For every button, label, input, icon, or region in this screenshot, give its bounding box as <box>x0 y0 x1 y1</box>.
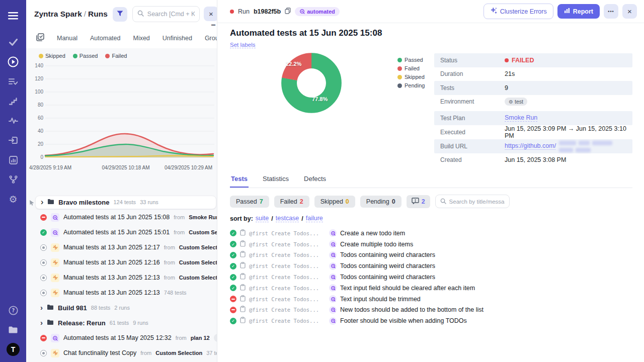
report-button[interactable]: Report <box>557 4 600 19</box>
tab-automated[interactable]: Automated <box>90 35 120 42</box>
app-logo[interactable]: T <box>6 342 21 357</box>
pulse-icon[interactable] <box>6 113 21 128</box>
help-icon[interactable]: ? <box>6 303 21 318</box>
projects-folder-icon[interactable] <box>6 322 21 337</box>
clipboard-icon <box>240 229 246 238</box>
run-details-table: Status FAILED Duration 21s Tests 9 Envir… <box>434 53 632 167</box>
run-folder-row[interactable]: › Release: Rerun 61 tests 9 runs <box>26 315 217 330</box>
tests-search[interactable] <box>435 195 510 208</box>
filter-button[interactable] <box>113 7 127 22</box>
check-icon[interactable] <box>6 35 21 50</box>
filter-chip-passed[interactable]: Passed7 <box>230 196 269 208</box>
run-row[interactable]: Manual tests at 13 Jun 2025 12:17 from C… <box>26 240 217 255</box>
run-row[interactable]: ✓ Automated tests at 15 Jun 2025 15:01 f… <box>26 225 217 240</box>
sort-by-testcase-link[interactable]: testcase <box>276 215 299 222</box>
passed-status-icon: ✓ <box>230 274 236 281</box>
chevron-right-icon[interactable]: › <box>40 319 43 326</box>
tab-unfinished[interactable]: Unfinished <box>163 35 192 42</box>
build-url-link[interactable]: https://github.com/ <box>505 142 556 150</box>
select-all-icon[interactable] <box>36 33 44 43</box>
tab-tests[interactable]: Tests <box>230 171 249 188</box>
sort-by-suite-link[interactable]: suite <box>256 215 269 222</box>
close-run-button[interactable]: × <box>622 4 637 19</box>
run-folder-row[interactable]: › Bravo milestone 124 tests 33 runs <box>35 196 216 209</box>
sort-by-failure-link[interactable]: failure <box>306 215 323 222</box>
run-row[interactable]: Manual tests at 13 Jun 2025 12:13 748 te… <box>26 285 217 300</box>
test-row[interactable]: ✓ @first Create Todos... Footer should b… <box>230 315 632 326</box>
close-panel-button[interactable]: × <box>204 7 217 21</box>
chevron-right-icon[interactable]: › <box>40 304 43 311</box>
tab-statistics[interactable]: Statistics <box>262 171 290 188</box>
breadcrumb-page: Runs <box>88 10 108 18</box>
passed-dot <box>73 54 77 58</box>
runs-panel: Zyntra Spark/Runs × ▬ Manual Automated M… <box>26 0 217 362</box>
legend-skipped[interactable]: Skipped <box>397 74 425 80</box>
more-button[interactable]: ••• <box>604 4 618 19</box>
tab-defects[interactable]: Defects <box>303 171 327 188</box>
legend-pending[interactable]: Pending <box>397 82 425 88</box>
menu-icon[interactable] <box>6 8 21 23</box>
play-circle-icon[interactable] <box>6 54 21 69</box>
steps-icon[interactable] <box>6 94 21 109</box>
run-row[interactable]: Manual tests at 13 Jun 2025 12:13 from C… <box>26 270 217 285</box>
filter-chip-pending[interactable]: Pending0 <box>360 196 401 208</box>
manual-status-icon <box>40 244 47 251</box>
runs-search[interactable] <box>132 6 200 22</box>
filter-chip-failed[interactable]: Failed2 <box>274 196 309 208</box>
clusterize-errors-button[interactable]: Clusterize Errors <box>484 4 553 19</box>
tab-manual[interactable]: Manual <box>57 35 77 42</box>
test-row[interactable]: ✓ @first Create Todos... Todos containin… <box>230 250 632 261</box>
tab-mixed[interactable]: Mixed <box>133 35 149 42</box>
copy-icon[interactable] <box>285 7 291 16</box>
passed-status-icon: ✓ <box>40 229 47 236</box>
run-title: Manual tests at 13 Jun 2025 12:16 <box>63 259 160 266</box>
ellipsis-icon: ••• <box>608 9 614 14</box>
tests-search-input[interactable] <box>449 199 505 205</box>
run-row[interactable]: Chat functinality test Copy from Custom … <box>26 345 217 360</box>
test-plan-link[interactable]: Smoke Run <box>505 114 537 122</box>
test-row[interactable]: ✓ @first Create Todos... Todos containin… <box>230 260 632 272</box>
tab-groups[interactable]: Groups <box>205 35 217 42</box>
run-label: Run <box>238 8 250 15</box>
run-title: Chat functinality test Copy <box>63 349 136 356</box>
folder-runs-count: 9 runs <box>133 320 148 326</box>
test-row[interactable]: ✓ @first Create Todos... Todos containin… <box>230 272 632 283</box>
test-row[interactable]: @first Create Todos... New todos should … <box>230 305 632 316</box>
test-title: Create multiple todo items <box>340 241 413 248</box>
set-labels-link[interactable]: Set labels <box>230 42 256 48</box>
automated-run-icon <box>51 228 59 237</box>
run-title: Manual tests at 13 Jun 2025 12:17 <box>63 244 160 251</box>
panel-resize-icon[interactable]: ▬ <box>211 22 216 27</box>
filter-chip-comments[interactable]: 2 <box>407 195 430 208</box>
run-tests-count: 748 tests <box>164 290 187 296</box>
breadcrumb-project[interactable]: Zyntra Spark <box>34 10 82 18</box>
run-list-icon[interactable] <box>6 74 21 89</box>
branches-icon[interactable] <box>6 172 21 187</box>
app-root: ⚙ ? T Zyntra Spark/Runs × <box>0 0 644 362</box>
folder-tests-count: 124 tests <box>113 199 136 205</box>
test-suite: @first Create Todos... <box>249 285 326 291</box>
filter-chip-skipped[interactable]: Skipped0 <box>314 196 355 208</box>
chevron-right-icon[interactable]: › <box>41 198 43 207</box>
run-row[interactable]: Automated tests at 15 Jun 2025 15:08 fro… <box>26 210 217 225</box>
settings-gear-icon[interactable]: ⚙ <box>6 192 21 207</box>
run-folder-row[interactable]: › Build 981 88 tests 2 runs <box>26 300 217 315</box>
test-suite: @first Create Todos... <box>249 307 326 313</box>
folder-name: Release: Rerun <box>58 319 106 327</box>
analytics-icon[interactable] <box>6 152 21 167</box>
comment-bubble-icon <box>412 198 419 206</box>
run-row[interactable]: Manual tests at 13 Jun 2025 12:16 from C… <box>26 255 217 270</box>
runs-search-input[interactable] <box>147 11 195 18</box>
legend-passed[interactable]: Passed <box>397 57 425 63</box>
test-row[interactable]: ✓ @first Create Todos... Create multiple… <box>230 239 632 250</box>
detail-row-tests: Tests 9 <box>434 81 632 95</box>
run-row[interactable]: Automated tests at 15 May 2025 12:32 fro… <box>26 330 217 345</box>
test-row[interactable]: @first Create Todos... Text input should… <box>230 294 632 305</box>
svg-text:?: ? <box>12 308 15 313</box>
import-icon[interactable] <box>6 133 21 148</box>
legend-failed[interactable]: Failed <box>397 65 425 71</box>
passed-status-icon: ✓ <box>230 241 236 247</box>
detail-row-duration: Duration 21s <box>434 67 632 81</box>
test-row[interactable]: ✓ @first Create Todos... Text input fiel… <box>230 283 632 294</box>
test-row[interactable]: ✓ @first Create Todos... Create a new to… <box>230 228 632 239</box>
